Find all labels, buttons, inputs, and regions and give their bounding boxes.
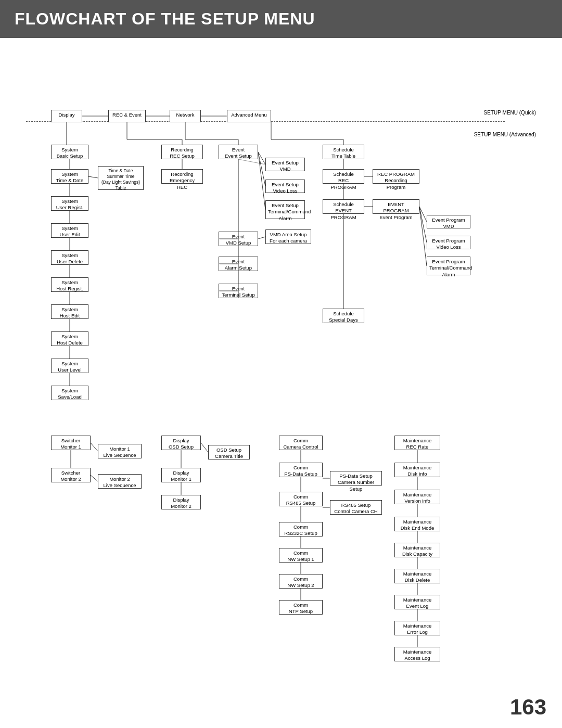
box-maint-event-log: MaintenanceEvent Log bbox=[394, 595, 440, 609]
box-comm-nw2: CommNW Setup 2 bbox=[279, 574, 323, 589]
box-sch-timetable: ScheduleTime Table bbox=[323, 145, 364, 159]
box-ev-alarm: EventAlarm Setup bbox=[219, 257, 258, 271]
box-display: Display bbox=[51, 110, 82, 122]
box-sys-save-load: SystemSave/Load bbox=[51, 386, 88, 400]
box-rec-emerg: RecordingEmergency REC bbox=[161, 169, 203, 184]
box-sw-monitor2: SwitcherMonitor 2 bbox=[51, 468, 91, 482]
box-sw-mon2-live: Monitor 2Live Sequence bbox=[98, 474, 142, 489]
page-number: 163 bbox=[510, 695, 546, 720]
box-disp-mon2: DisplayMonitor 2 bbox=[161, 495, 201, 509]
box-ev-terminal-setup: EventTerminal Setup bbox=[219, 284, 258, 298]
box-sys-user-regist: SystemUser Regist. bbox=[51, 196, 88, 211]
box-sw-mon1-live: Monitor 1Live Sequence bbox=[98, 444, 142, 458]
box-ev-video-loss: Event SetupVideo Loss bbox=[265, 180, 305, 193]
box-maint-disk-cap: MaintenanceDisk Capacity bbox=[394, 543, 440, 557]
box-ev-terminal: Event SetupTerminal/CommandAlarm bbox=[265, 200, 305, 219]
box-sys-host-edit: SystemHost Edit bbox=[51, 304, 88, 319]
page-title: FLOWCHART OF THE SETUP MENU bbox=[15, 9, 547, 29]
box-osd-camera-title: OSD SetupCamera Title bbox=[208, 445, 250, 459]
box-ev-prog-videoloss: Event ProgramVideo Loss bbox=[427, 236, 470, 249]
box-comm-rs232c: CommRS232C Setup bbox=[279, 522, 323, 537]
box-comm-nw1: CommNW Setup 1 bbox=[279, 548, 323, 563]
svg-line-38 bbox=[91, 475, 98, 481]
box-ev-vmd: Event SetupVMD bbox=[265, 158, 305, 171]
box-sch-rec-program: ScheduleREC PROGRAM bbox=[323, 169, 364, 184]
box-comm-rs485: CommRS485 Setup bbox=[279, 492, 323, 506]
box-sys-user-level: SystemUser Level bbox=[51, 359, 88, 373]
svg-line-32 bbox=[419, 207, 427, 222]
box-ev-prog-terminal: Event ProgramTerminal/CommandAlarm bbox=[427, 257, 470, 275]
box-ps-camera-num: PS-Data SetupCamera Number Setup bbox=[330, 471, 382, 486]
svg-line-33 bbox=[419, 207, 427, 242]
box-sys-basic: SystemBasic Setup bbox=[51, 145, 88, 159]
box-maint-disk-del: MaintenanceDisk Delete bbox=[394, 569, 440, 583]
box-comm-camera: CommCamera Control bbox=[279, 436, 323, 450]
box-rec-setup: RecordingREC Setup bbox=[161, 145, 203, 159]
box-disp-mon1: DisplayMonitor 1 bbox=[161, 468, 201, 482]
svg-line-23 bbox=[258, 152, 265, 210]
box-maint-disk-end: MaintenanceDisk End Mode bbox=[394, 517, 440, 531]
box-rs485-ctrl: RS485 SetupControl Camera CH bbox=[330, 500, 382, 515]
box-comm-ps: CommPS-Data Setup bbox=[279, 463, 323, 477]
box-sys-user-edit: SystemUser Edit bbox=[51, 223, 88, 238]
svg-line-62 bbox=[238, 159, 265, 164]
box-ev-prog-detail: EVENT PROGRAMEvent Program bbox=[373, 199, 419, 214]
box-sch-special: ScheduleSpecial Days bbox=[323, 309, 364, 323]
box-maint-disk-info: MaintenanceDisk Info bbox=[394, 463, 440, 477]
box-sw-monitor1: SwitcherMonitor 1 bbox=[51, 436, 91, 450]
flowchart: SETUP MENU (Quick) SETUP MENU (Advanced)… bbox=[5, 48, 557, 725]
box-comm-ntp: CommNTP Setup bbox=[279, 600, 323, 615]
svg-line-6 bbox=[88, 176, 98, 178]
box-sys-host-delete: SystemHost Delete bbox=[51, 331, 88, 346]
box-network: Network bbox=[170, 110, 201, 122]
box-sys-host-regist: SystemHost Regist. bbox=[51, 277, 88, 292]
box-rec-prog-detail: REC PROGRAMRecording Program bbox=[373, 169, 419, 184]
box-vmd-area: VMD Area SetupFor each camera bbox=[265, 229, 311, 244]
box-time-summer: Time & DateSummer Time(Day Light Savings… bbox=[98, 166, 144, 190]
svg-line-34 bbox=[419, 207, 427, 266]
box-ev-vmd-setup: EventVMD Setup bbox=[219, 232, 258, 246]
svg-line-24 bbox=[258, 237, 265, 239]
box-ev-setup: EventEvent Setup bbox=[219, 145, 258, 159]
box-sys-time: SystemTime & Date bbox=[51, 169, 88, 184]
box-disp-osd: DisplayOSD Setup bbox=[161, 436, 201, 450]
box-maint-access-log: MaintenanceAccess Log bbox=[394, 647, 440, 661]
box-maint-version: MaintenanceVersion info bbox=[394, 490, 440, 504]
svg-line-37 bbox=[91, 443, 98, 451]
header: FLOWCHART OF THE SETUP MENU bbox=[0, 0, 562, 38]
setup-quick-label: SETUP MENU (Quick) bbox=[484, 110, 536, 116]
box-advanced-menu: Advanced Menu bbox=[227, 110, 271, 122]
svg-line-21 bbox=[258, 152, 265, 164]
svg-line-39 bbox=[201, 443, 208, 452]
box-sch-event-program: ScheduleEVENT PROGRAM bbox=[323, 199, 364, 214]
svg-line-22 bbox=[258, 152, 265, 186]
box-maint-error-log: MaintenanceError Log bbox=[394, 621, 440, 635]
box-ev-prog-vmd: Event ProgramVMD bbox=[427, 215, 470, 228]
box-rec-event: REC & Event bbox=[108, 110, 146, 122]
setup-advanced-label: SETUP MENU (Advanced) bbox=[474, 132, 536, 137]
box-maint-rec-rate: MaintenanceREC Rate bbox=[394, 436, 440, 450]
box-sys-user-delete: SystemUser Delete bbox=[51, 250, 88, 265]
